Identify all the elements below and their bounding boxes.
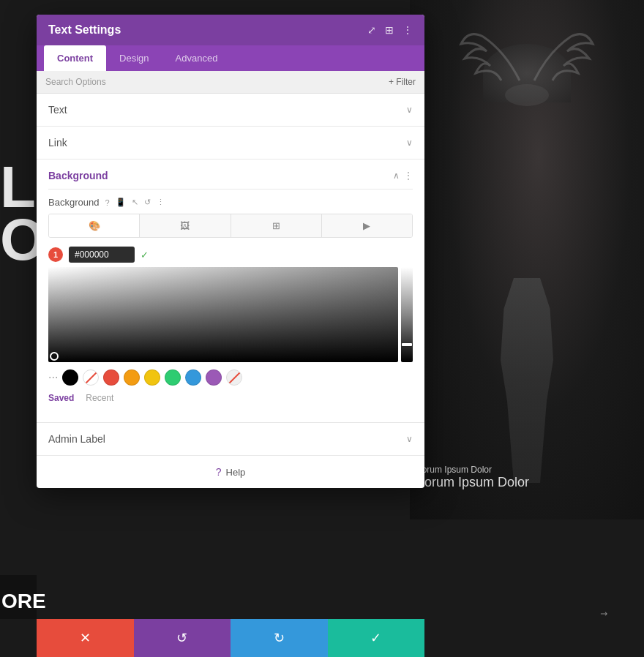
tab-design[interactable]: Design	[106, 45, 162, 71]
text-section: Text ∨	[37, 94, 424, 127]
search-bar: Search Options + Filter	[37, 71, 424, 94]
help-circle-icon: ?	[216, 466, 222, 478]
swatch-blue[interactable]	[185, 369, 201, 386]
background-collapse-icon[interactable]: ∧	[393, 170, 400, 181]
swatch-purple[interactable]	[206, 369, 222, 386]
background-section-header: Background ∧ ⋮	[48, 159, 413, 189]
help-question-icon[interactable]: ?	[105, 198, 109, 207]
swatch-yellow[interactable]	[144, 369, 160, 386]
device-icon[interactable]: 📱	[116, 198, 126, 207]
bg-type-image[interactable]: 🖼	[140, 214, 231, 237]
color-gradient-picker[interactable]	[48, 267, 413, 362]
undo-icon: ↺	[176, 630, 187, 646]
swatch-red[interactable]	[103, 369, 119, 386]
background-more-icon[interactable]: ⋮	[404, 170, 413, 181]
text-section-header[interactable]: Text ∨	[37, 94, 424, 126]
link-section: Link ∨	[37, 127, 424, 159]
caption-small: Lorum Ipsum Dolor	[417, 465, 529, 475]
text-section-label: Text	[48, 104, 67, 116]
cancel-button[interactable]: ✕	[37, 619, 134, 657]
svg-point-0	[505, 84, 549, 106]
saturation-area[interactable]	[48, 267, 398, 362]
resize-corner-icon: ↗	[598, 608, 610, 620]
background-type-tabs: 🎨 🖼 ⊞ ▶	[48, 214, 413, 238]
swatch-tab-recent[interactable]: Recent	[86, 393, 113, 403]
text-chevron-icon: ∨	[406, 105, 413, 115]
search-placeholder[interactable]: Search Options	[45, 77, 106, 87]
fullscreen-icon[interactable]: ⤢	[367, 24, 376, 36]
tabs-row: Content Design Advanced	[37, 45, 424, 71]
reset-icon[interactable]: ↺	[144, 198, 151, 207]
background-header-controls: ∧ ⋮	[393, 170, 413, 181]
bg-type-color[interactable]: 🎨	[49, 214, 140, 237]
saturation-cursor[interactable]	[50, 352, 59, 361]
swatch-black[interactable]	[62, 369, 78, 386]
bg-more-icon[interactable]: ⋮	[157, 198, 165, 207]
bottom-left-text: ORE	[1, 590, 46, 613]
swatch-orange[interactable]	[124, 369, 140, 386]
help-row[interactable]: ? Help	[37, 456, 424, 488]
caption-area: Lorum Ipsum Dolor Lorum Ipsum Dolor	[417, 465, 529, 490]
admin-label-header[interactable]: Admin Label ∨	[37, 423, 424, 455]
action-bar: ✕ ↺ ↻ ✓	[37, 619, 424, 657]
more-icon[interactable]: ⋮	[402, 24, 413, 36]
link-chevron-icon: ∨	[406, 138, 413, 148]
modal-header: Text Settings ⤢ ⊞ ⋮	[37, 15, 424, 45]
link-section-header[interactable]: Link ∨	[37, 127, 424, 159]
tab-advanced[interactable]: Advanced	[162, 45, 231, 71]
cancel-icon: ✕	[80, 630, 91, 646]
header-icons: ⤢ ⊞ ⋮	[367, 24, 413, 36]
hue-slider[interactable]	[401, 267, 413, 362]
redo-button[interactable]: ↻	[231, 619, 328, 657]
caption-large: Lorum Ipsum Dolor	[417, 475, 529, 490]
confirm-button[interactable]: ✓	[328, 619, 425, 657]
filter-button[interactable]: + Filter	[389, 77, 416, 87]
help-label: Help	[226, 467, 246, 478]
swatch-more-icon[interactable]: ···	[48, 371, 58, 384]
modal-title: Text Settings	[48, 23, 121, 37]
text-settings-modal: Text Settings ⤢ ⊞ ⋮ Content Design Advan…	[37, 15, 424, 488]
swatch-none[interactable]	[226, 369, 242, 386]
link-section-label: Link	[48, 137, 67, 149]
admin-label-text: Admin Label	[48, 433, 105, 445]
split-icon[interactable]: ⊞	[385, 24, 394, 36]
cursor-icon[interactable]: ↖	[132, 198, 138, 207]
background-image-area: Lorum Ipsum Dolor Lorum Ipsum Dolor	[410, 0, 644, 519]
color-layer-badge: 1	[48, 247, 63, 262]
bg-type-video[interactable]: ▶	[322, 214, 412, 237]
swatch-transparent[interactable]	[83, 369, 99, 386]
swatch-tabs: Saved Recent	[48, 393, 413, 403]
confirm-icon: ✓	[370, 630, 381, 646]
color-hex-input[interactable]: #000000	[69, 247, 135, 263]
search-input-wrapper: Search Options	[45, 77, 389, 87]
background-label: Background	[48, 197, 99, 208]
tab-content[interactable]: Content	[44, 45, 106, 71]
background-title: Background	[48, 170, 108, 181]
color-hex-row: 1 #000000 ✓	[48, 247, 413, 263]
swatch-green[interactable]	[165, 369, 181, 386]
color-swatches-row: ···	[48, 367, 413, 388]
hue-cursor[interactable]	[402, 343, 412, 346]
redo-icon: ↻	[274, 630, 285, 646]
swatch-tab-saved[interactable]: Saved	[48, 393, 74, 403]
bg-type-gradient[interactable]: ⊞	[231, 214, 322, 237]
background-controls-row: Background ? 📱 ↖ ↺ ⋮	[48, 189, 413, 214]
admin-chevron-icon: ∨	[406, 434, 413, 444]
background-section: Background ∧ ⋮ Background ? 📱 ↖ ↺ ⋮ 🎨 🖼 …	[37, 159, 424, 422]
admin-label-section: Admin Label ∨	[37, 422, 424, 456]
color-confirm-icon[interactable]: ✓	[141, 249, 149, 260]
undo-button[interactable]: ↺	[134, 619, 231, 657]
